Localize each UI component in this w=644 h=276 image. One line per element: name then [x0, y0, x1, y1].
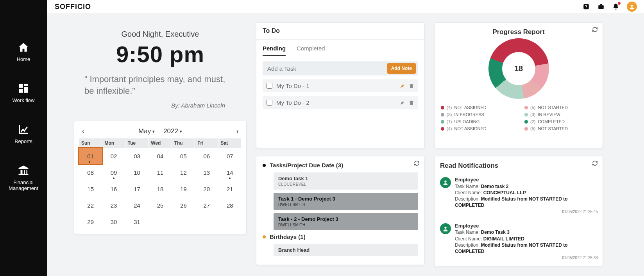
calendar-day — [195, 213, 218, 230]
calendar-day[interactable]: 02 — [102, 148, 125, 164]
notification-item[interactable]: Employee Task Name: Demo Task 3 Client N… — [440, 219, 598, 263]
calendar-day[interactable]: 27 — [195, 197, 218, 213]
calendar-day[interactable]: 11 — [148, 164, 172, 181]
legend-count: (5) — [530, 126, 535, 131]
birthdays-header[interactable]: Birthdays (1) — [263, 233, 418, 240]
swatch-icon — [441, 120, 444, 124]
legend-item[interactable]: (5)NOT STARTED — [524, 126, 596, 131]
notification-item[interactable]: Employee Task Name: Demo task 2 Client N… — [440, 173, 598, 217]
calendar-day[interactable]: 17 — [125, 181, 148, 197]
calendar-day[interactable]: 22 — [79, 197, 102, 213]
calendar-day[interactable]: 14 — [218, 164, 242, 181]
calendar-next-button[interactable]: › — [236, 128, 238, 135]
calendar-month-select[interactable]: May▾ — [138, 127, 155, 135]
bullet-icon — [263, 164, 266, 167]
task-client: DWELLSMITH — [278, 223, 413, 227]
nav-financial[interactable]: Financial Management — [0, 162, 47, 194]
calendar-day[interactable]: 30 — [102, 213, 125, 230]
todo-item: My To Do - 1 — [263, 79, 418, 92]
calendar-day[interactable]: 21 — [218, 181, 242, 197]
task-title: Demo task 1 — [278, 176, 413, 181]
briefcase-icon[interactable] — [597, 3, 605, 11]
birthdays-list: Branch Head — [263, 244, 418, 256]
calendar-prev-button[interactable]: ‹ — [82, 128, 84, 135]
avatar-icon — [440, 223, 451, 234]
calendar-day[interactable]: 29 — [79, 213, 102, 230]
calendar-day[interactable]: 31 — [125, 213, 148, 230]
svg-point-2 — [631, 5, 633, 7]
legend-item[interactable]: (4)NOT ASSIGNED — [441, 105, 513, 110]
calendar-day[interactable]: 25 — [148, 197, 172, 213]
calendar-year-select[interactable]: 2022▾ — [163, 127, 182, 135]
donut-chart: 18 — [441, 38, 596, 99]
tab-completed[interactable]: Completed — [297, 45, 325, 56]
legend-label: IN REVIEW — [538, 112, 560, 117]
calendar-day[interactable]: 12 — [172, 164, 195, 181]
help-icon[interactable]: ? — [582, 3, 590, 11]
tasks-due-header[interactable]: Tasks/Project Due Date (3) — [263, 162, 418, 168]
calendar-day[interactable]: 10 — [125, 164, 148, 181]
legend-item[interactable]: (1)UPLOADING — [441, 119, 513, 124]
legend-item[interactable]: (4)NOT ASSIGNED — [441, 126, 513, 131]
due-task-item[interactable]: Task 1 - Demo Project 3DWELLSMITH — [274, 193, 418, 210]
calendar-day[interactable]: 23 — [102, 197, 125, 213]
notification-timestamp: 01/05/2022 21:25:33 — [455, 255, 598, 261]
calendar-day[interactable]: 04 — [148, 148, 172, 164]
calendar-day[interactable]: 20 — [195, 181, 218, 197]
due-task-item[interactable]: Task - 2 - Demo Project 3DWELLSMITH — [274, 213, 418, 230]
legend-label: NOT ASSIGNED — [454, 105, 486, 110]
legend-item[interactable]: (5)NOT STARTED — [524, 105, 596, 110]
calendar-day[interactable]: 06 — [195, 148, 218, 164]
trash-icon[interactable] — [409, 83, 414, 89]
nav-workflow[interactable]: Work flow — [0, 80, 47, 106]
calendar-day[interactable]: 16 — [102, 181, 125, 197]
notification-item[interactable]: Employee Task Name: New Task Client Name… — [440, 265, 598, 266]
legend-count: (1) — [447, 119, 452, 124]
pin-icon[interactable] — [399, 100, 405, 106]
svg-point-7 — [444, 181, 446, 183]
legend-item[interactable]: (2)COMPLETED — [524, 119, 596, 124]
calendar-day[interactable]: 19 — [172, 181, 195, 197]
nav-home[interactable]: Home — [0, 39, 47, 65]
bell-icon[interactable] — [612, 3, 620, 11]
todo-list: My To Do - 1 My To Do - 2 — [263, 79, 418, 109]
calendar-day[interactable]: 07 — [218, 148, 242, 164]
calendar-day[interactable]: 15 — [79, 181, 102, 197]
legend-label: COMPLETED — [538, 119, 564, 124]
legend-item[interactable]: (3)IN REVIEW — [524, 112, 596, 117]
calendar-day[interactable]: 03 — [125, 148, 148, 164]
refresh-icon[interactable] — [414, 160, 420, 166]
todo-tabs: Pending Completed — [263, 45, 418, 56]
calendar-day[interactable]: 28 — [218, 197, 242, 213]
calendar-day — [148, 213, 172, 230]
pin-icon[interactable] — [399, 83, 405, 89]
tab-pending[interactable]: Pending — [263, 45, 286, 56]
birthdays-title: Birthdays (1) — [270, 233, 306, 240]
todo-checkbox[interactable] — [267, 100, 272, 106]
calendar-day[interactable]: 01 — [79, 148, 102, 164]
refresh-icon[interactable] — [592, 160, 598, 166]
notification-task: Demo Task 3 — [481, 229, 510, 235]
trash-icon[interactable] — [409, 100, 414, 106]
calendar-day[interactable]: 09 — [102, 164, 125, 181]
chevron-down-icon: ▾ — [152, 129, 155, 134]
todo-checkbox[interactable] — [267, 83, 272, 89]
calendar-day[interactable]: 26 — [172, 197, 195, 213]
nav-reports[interactable]: Reports — [0, 121, 47, 147]
calendar-day[interactable]: 05 — [172, 148, 195, 164]
avatar[interactable] — [627, 2, 637, 12]
calendar-day[interactable]: 24 — [125, 197, 148, 213]
add-task-row: Add Note — [263, 61, 418, 75]
svg-rect-6 — [19, 89, 23, 93]
calendar-dow: Sat — [218, 138, 242, 148]
calendar-day[interactable]: 08 — [79, 164, 102, 181]
due-task-item[interactable]: Demo task 1CLOUDREVEL — [274, 172, 418, 190]
add-task-input[interactable] — [267, 65, 387, 72]
calendar-day[interactable]: 13 — [195, 164, 218, 181]
refresh-icon[interactable] — [592, 27, 598, 32]
calendar-day[interactable]: 18 — [148, 181, 172, 197]
legend-item[interactable]: (3)IN PROGRESS — [441, 112, 513, 117]
nav-workflow-label: Work flow — [13, 97, 35, 103]
birthday-item[interactable]: Branch Head — [274, 244, 418, 256]
add-note-button[interactable]: Add Note — [387, 63, 416, 74]
